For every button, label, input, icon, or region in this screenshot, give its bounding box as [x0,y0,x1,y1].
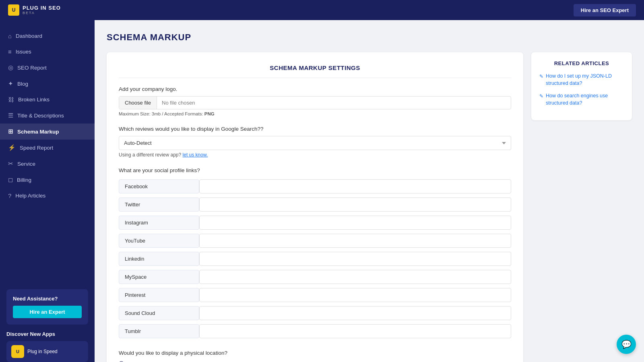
sidebar-item-schema-markup[interactable]: ⊞ Schema Markup [0,123,95,140]
title-icon: ☰ [8,112,13,119]
social-row: Instagram [119,214,511,232]
social-label-cell: MySpace [119,268,199,286]
logo-icon: U [8,4,19,16]
social-input-sound-cloud[interactable] [199,306,511,320]
sidebar-item-label: Service [17,161,35,167]
social-input-cell [199,214,511,232]
social-label-cell: Instagram [119,214,199,232]
plug-speed-label: Plug in Speed [27,349,58,354]
social-label-cell: Facebook [119,177,199,195]
social-input-linkedin[interactable] [199,252,511,266]
external-link-icon: ✎ [539,73,543,80]
related-article-link[interactable]: ✎How do search engines use structured da… [539,93,624,107]
sidebar-item-title-descriptions[interactable]: ☰ Title & Descriptions [0,107,95,123]
social-field-label: Sound Cloud [119,306,199,320]
social-input-cell [199,232,511,250]
sidebar-item-dashboard[interactable]: ⌂ Dashboard [0,28,95,44]
social-row: Facebook [119,177,511,195]
broken-links-icon: ⛓ [8,96,14,103]
social-row: Linkedin [119,250,511,268]
social-input-cell [199,268,511,286]
logo: U PLUG IN SEO BETA [8,4,61,16]
social-field-label: Twitter [119,197,199,212]
related-articles-title: RELATED ARTICLES [539,60,624,66]
sidebar-item-issues[interactable]: ≡ Issues [0,44,95,60]
social-input-myspace[interactable] [199,270,511,284]
social-input-cell [199,304,511,322]
sidebar-nav: ⌂ Dashboard ≡ Issues ◎ SEO Report ✦ [0,28,95,204]
sidebar: ⌂ Dashboard ≡ Issues ◎ SEO Report ✦ [0,20,95,362]
social-row: Tumblr [119,322,511,340]
hire-seo-expert-button[interactable]: Hire an SEO Expert [574,4,636,16]
logo-text: PLUG IN SEO [23,5,61,11]
chat-bubble-button[interactable]: 💬 [617,335,636,354]
social-input-instagram[interactable] [199,216,511,230]
sidebar-item-label: Schema Markup [17,129,59,135]
sidebar-bottom: Need Assistance? Hire an Expert Discover… [0,283,95,362]
service-icon: ✂ [8,160,13,167]
choose-file-button[interactable]: Choose file [119,97,157,109]
sidebar-item-seo-report[interactable]: ◎ SEO Report [0,60,95,76]
social-label-cell: Pinterest [119,286,199,304]
logo-section: Add your company logo. Choose file No fi… [119,86,511,116]
review-hint: Using a different review app? let us kno… [119,152,511,158]
social-row: Sound Cloud [119,304,511,322]
let-us-know-link[interactable]: let us know. [183,152,208,158]
schema-card: SCHEMA MARKUP SETTINGS Add your company … [107,52,523,362]
sidebar-item-blog[interactable]: ✦ Blog [0,76,95,92]
social-input-cell [199,250,511,268]
sidebar-item-broken-links[interactable]: ⛓ Broken Links [0,92,95,107]
social-input-cell [199,286,511,304]
social-label-cell: Linkedin [119,250,199,268]
plug-speed-icon: U [11,345,24,358]
social-field-label: Tumblr [119,324,199,338]
assistance-card: Need Assistance? Hire an Expert [6,289,88,325]
hire-expert-button[interactable]: Hire an Expert [13,306,82,318]
sidebar-item-label: Speed Report [20,145,53,151]
sidebar-item-label: Title & Descriptions [17,113,64,119]
social-input-cell [199,322,511,340]
file-hint: Maximum Size: 3mb / Accepted Formats: PN… [119,111,511,116]
location-section: Would you like to display a physical loc… [119,350,511,362]
speed-icon: ⚡ [8,144,16,151]
sidebar-item-speed-report[interactable]: ⚡ Speed Report [0,140,95,156]
social-field-label: Pinterest [119,288,199,302]
social-input-pinterest[interactable] [199,288,511,302]
help-icon: ? [8,192,11,199]
plug-speed-card[interactable]: U Plug in Speed [6,341,88,362]
sidebar-item-billing[interactable]: ◻ Billing [0,172,95,188]
issues-icon: ≡ [8,48,12,55]
sidebar-item-label: Broken Links [18,97,50,103]
social-label-cell: Twitter [119,195,199,214]
related-article-link[interactable]: ✎How do I set up my JSON-LD structured d… [539,73,624,87]
logo-beta: BETA [23,11,61,15]
sidebar-item-label: Blog [17,81,28,87]
social-field-label: Instagram [119,216,199,230]
article-text: How do I set up my JSON-LD structured da… [546,73,624,87]
schema-card-title: SCHEMA MARKUP SETTINGS [119,64,511,78]
reviews-select[interactable]: Auto-Detect [119,136,511,150]
topnav: U PLUG IN SEO BETA Hire an SEO Expert [0,0,644,20]
file-name-display: No file chosen [157,97,200,109]
social-input-facebook[interactable] [199,179,511,193]
sidebar-item-service[interactable]: ✂ Service [0,156,95,172]
social-row: YouTube [119,232,511,250]
file-input-row: Choose file No file chosen [119,96,511,109]
home-icon: ⌂ [8,33,12,39]
assistance-title: Need Assistance? [13,296,82,302]
reviews-section: Which reviews would you like to display … [119,126,511,158]
logo-label: Add your company logo. [119,86,511,92]
main-content: SCHEMA MARKUP SCHEMA MARKUP SETTINGS Add… [95,20,644,362]
social-field-label: YouTube [119,234,199,248]
social-input-youtube[interactable] [199,234,511,248]
external-link-icon: ✎ [539,93,543,100]
social-field-label: Linkedin [119,252,199,266]
social-field-label: MySpace [119,270,199,284]
social-input-tumblr[interactable] [199,324,511,338]
sidebar-item-label: SEO Report [17,65,47,71]
billing-icon: ◻ [8,176,13,183]
sidebar-item-label: Help Articles [15,193,45,199]
social-input-cell [199,177,511,195]
social-input-twitter[interactable] [199,197,511,212]
sidebar-item-help-articles[interactable]: ? Help Articles [0,188,95,204]
